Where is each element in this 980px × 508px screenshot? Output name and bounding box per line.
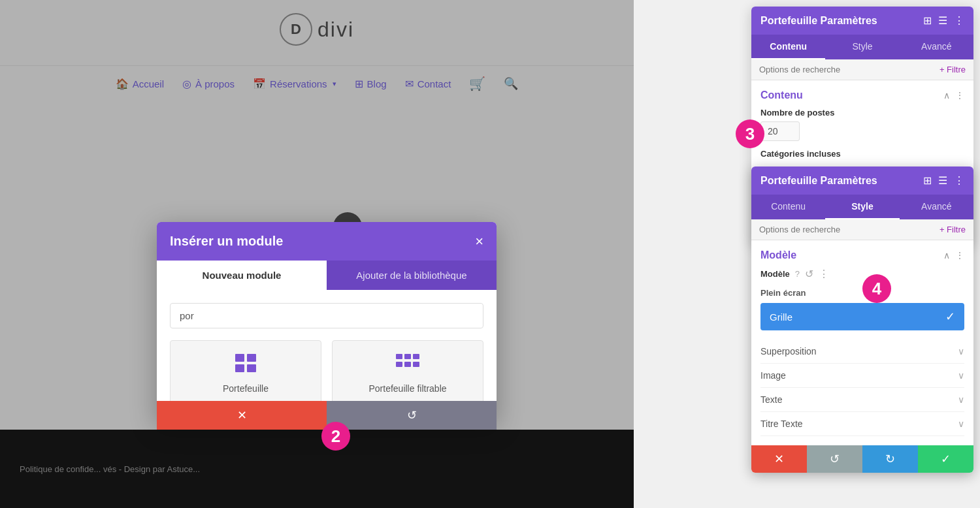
panel2-toggle-arrow[interactable]: ∧ [943, 250, 950, 261]
insert-module-modal: Insérer un module × Nouveau module Ajout… [157, 222, 497, 421]
panel2-menu-icon[interactable]: ⋮ [954, 174, 964, 187]
panel1-section-toggle: ∧ ⋮ [943, 90, 964, 101]
panel2-dots-icon[interactable]: ⋮ [819, 268, 829, 280]
panel2-superposition-label: Superposition [760, 346, 817, 357]
panel1-menu-icon[interactable]: ⋮ [954, 14, 964, 27]
panel1-tab-contenu[interactable]: Contenu [751, 35, 825, 59]
panel2-title: Portefeuille Paramètres [760, 175, 877, 187]
panel2-texte-label: Texte [760, 394, 782, 405]
panel2-titre-texte-label: Titre Texte [760, 419, 803, 429]
panel1-nav: Contenu Style Avancé [751, 35, 973, 59]
panel2-expand-icon[interactable]: ⊞ [923, 174, 932, 187]
panel2-select-value: Grille [770, 311, 792, 323]
panel2-section-toggle: ∧ ⋮ [943, 250, 964, 261]
panel2-filter-button[interactable]: + Filtre [939, 225, 966, 234]
panel1-header: Portefeuille Paramètres ⊞ ☰ ⋮ [751, 7, 973, 35]
panel2-tab-style[interactable]: Style [825, 195, 899, 219]
undo-icon: ↺ [407, 408, 417, 422]
modal-tabs: Nouveau module Ajouter de la bibliothèqu… [157, 261, 497, 290]
modal-close-button[interactable]: × [475, 234, 483, 249]
panel2-modele-section-header: Modèle ∧ ⋮ [760, 249, 964, 261]
module-portefeuille-filtrable[interactable]: Portefeuille filtrable [332, 340, 483, 407]
panel1-toggle-arrow[interactable]: ∧ [943, 90, 950, 101]
panel2-image-label: Image [760, 370, 786, 381]
panel2-save-icon: ✓ [941, 452, 951, 466]
panel1-search-input[interactable] [759, 65, 939, 74]
panel2-layout-icon[interactable]: ☰ [938, 174, 947, 187]
panel2-undo-icon: ↺ [830, 452, 840, 466]
panel2-cancel-icon: ✕ [774, 452, 784, 466]
panel2-save-button[interactable]: ✓ [918, 445, 973, 473]
panel2-texte[interactable]: Texte ∨ [760, 388, 964, 412]
panel1-header-icons: ⊞ ☰ ⋮ [923, 14, 964, 27]
panel2-superposition[interactable]: Superposition ∨ [760, 340, 964, 364]
panel2-action-bar: ✕ ↺ ↻ ✓ [751, 445, 973, 473]
svg-rect-7 [396, 362, 402, 367]
panel2-cancel-button[interactable]: ✕ [751, 445, 807, 473]
panel2-superposition-arrow: ∨ [958, 346, 964, 357]
panel2-help-icon[interactable]: ? [795, 269, 800, 279]
panel2-modele-row: Modèle ? ↺ ⋮ [760, 268, 964, 280]
module-search-input[interactable] [170, 303, 483, 328]
svg-rect-0 [235, 354, 244, 362]
panel1-filter-button[interactable]: + Filtre [939, 65, 966, 74]
panel2-titre-texte-arrow: ∨ [958, 419, 964, 429]
panel2-redo-icon: ↻ [885, 452, 895, 466]
svg-rect-8 [404, 362, 411, 367]
panel1-title: Portefeuille Paramètres [760, 15, 877, 27]
panel-2: Portefeuille Paramètres ⊞ ☰ ⋮ Contenu St… [751, 167, 973, 473]
panel2-toggle-dots[interactable]: ⋮ [955, 250, 964, 261]
svg-rect-6 [413, 354, 419, 359]
badge-3: 3 [736, 119, 764, 148]
panel2-header-icons: ⊞ ☰ ⋮ [923, 174, 964, 187]
modal-cancel-button[interactable]: ✕ [157, 401, 327, 430]
panel2-select-box[interactable]: Grille ✓ [760, 303, 964, 330]
portefeuille-label: Portefeuille [223, 383, 269, 394]
portefeuille-icon [235, 354, 256, 377]
panel1-content-section-header: Contenu ∧ ⋮ [760, 89, 964, 101]
panel1-toggle-dots[interactable]: ⋮ [955, 90, 964, 101]
tab-nouveau-module[interactable]: Nouveau module [157, 261, 327, 290]
panel1-tab-avance[interactable]: Avancé [900, 35, 973, 59]
svg-rect-4 [396, 354, 402, 359]
panel2-redo-button[interactable]: ↻ [862, 445, 918, 473]
panel1-nombre-label: Nombre de postes [760, 108, 964, 118]
modal-title: Insérer un module [170, 234, 283, 249]
panel1-layout-icon[interactable]: ☰ [938, 14, 947, 27]
svg-rect-2 [235, 364, 244, 372]
svg-rect-9 [413, 362, 419, 367]
panel2-body: Modèle ∧ ⋮ Modèle ? ↺ ⋮ Plein écran Gril… [751, 240, 973, 445]
panel2-reset-icon[interactable]: ↺ [805, 268, 813, 280]
module-portefeuille[interactable]: Portefeuille [170, 340, 321, 407]
cancel-icon: ✕ [237, 408, 247, 422]
panel2-tab-contenu[interactable]: Contenu [751, 195, 825, 219]
portefeuille-filtrable-icon [396, 354, 419, 377]
panel2-modele-title: Modèle [760, 249, 796, 261]
panel2-select-check: ✓ [945, 310, 955, 324]
panel2-tab-avance[interactable]: Avancé [900, 195, 973, 219]
panel2-image-arrow: ∨ [958, 370, 964, 381]
panel2-texte-arrow: ∨ [958, 394, 964, 405]
panel1-tab-style[interactable]: Style [825, 35, 899, 59]
panel2-undo-button[interactable]: ↺ [807, 445, 862, 473]
tab-ajouter-bibliotheque[interactable]: Ajouter de la bibliothèque [327, 261, 497, 290]
panel1-expand-icon[interactable]: ⊞ [923, 14, 932, 27]
portefeuille-filtrable-label: Portefeuille filtrable [368, 383, 446, 394]
svg-rect-1 [247, 354, 256, 362]
panel1-categories-label: Catégories incluses [760, 149, 964, 159]
panel2-search-bar: + Filtre [751, 219, 973, 240]
panel2-nav: Contenu Style Avancé [751, 195, 973, 219]
badge-4: 4 [862, 274, 891, 303]
panel2-search-input[interactable] [759, 225, 939, 234]
modal-undo-button[interactable]: ↺ [327, 401, 497, 430]
panel1-nombre-value[interactable]: 20 [760, 121, 800, 141]
panel2-titre-texte[interactable]: Titre Texte ∨ [760, 412, 964, 436]
panel1-content-title: Contenu [760, 89, 803, 101]
module-grid: Portefeuille Portefeuille filtrable [170, 340, 483, 407]
svg-rect-5 [404, 354, 411, 359]
panel2-image[interactable]: Image ∨ [760, 364, 964, 388]
panel1-search-bar: + Filtre [751, 59, 973, 80]
modal-header: Insérer un module × [157, 222, 497, 261]
svg-rect-3 [247, 364, 256, 372]
panel2-header: Portefeuille Paramètres ⊞ ☰ ⋮ [751, 167, 973, 195]
